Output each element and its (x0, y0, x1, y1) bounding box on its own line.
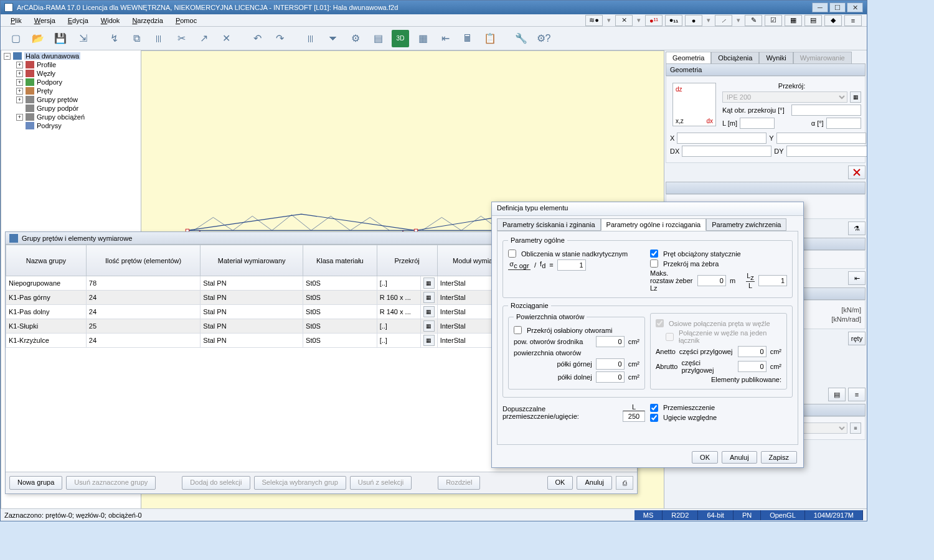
usun-zazn-button[interactable]: Usuń zaznaczone grupy (66, 476, 156, 490)
tool-axis[interactable]: ↗ (195, 30, 212, 47)
tab-geometria[interactable]: Geometria (666, 52, 711, 63)
lzl-input[interactable] (758, 275, 787, 286)
pow-srod-input[interactable] (596, 336, 625, 347)
tab-wymiarowanie[interactable]: Wymiarowanie (793, 52, 852, 63)
tree-item-podrysy[interactable]: Podrysy (37, 122, 62, 129)
view-toggle-4[interactable]: ●₁₁ (665, 15, 682, 26)
przem-checkbox[interactable] (650, 404, 658, 412)
tool-config[interactable]: ⚙? (535, 30, 552, 47)
sigma-input[interactable] (557, 259, 586, 271)
close-button[interactable]: ✕ (847, 2, 863, 12)
grupa-list-icon[interactable]: ≡ (850, 422, 861, 434)
view-toggle-9[interactable]: ▦ (785, 15, 802, 26)
L-input[interactable] (740, 118, 775, 129)
X-input[interactable] (677, 133, 767, 144)
tree-expand-root[interactable]: − (4, 53, 11, 60)
przek-osl-checkbox[interactable] (514, 326, 522, 334)
col-ilosc[interactable]: Ilość prętów (elementów) (86, 245, 200, 276)
tree-item-grupy-obc[interactable]: Grupy obciążeń (37, 113, 85, 121)
list-button-2[interactable]: ≡ (848, 388, 866, 401)
dop-frac-bot[interactable] (623, 411, 645, 422)
tree-expand[interactable]: + (16, 114, 23, 121)
view-toggle-6[interactable]: ⟋ (715, 15, 732, 26)
tree-item-wezly[interactable]: Węzły (37, 70, 55, 77)
tool-save[interactable]: 💾 (52, 30, 69, 47)
tool-matrix[interactable]: ▦ (414, 30, 432, 47)
tool-settings[interactable]: 🔧 (512, 30, 530, 47)
tree-item-grupy-podpor[interactable]: Grupy podpór (37, 105, 78, 112)
tab-wyniki[interactable]: Wyniki (759, 52, 793, 63)
DX-input[interactable] (682, 146, 771, 157)
dtab-ogolne[interactable]: Parametry ogólne i rozciągania (601, 218, 707, 231)
ugiecie-checkbox[interactable] (650, 414, 658, 422)
tool-open[interactable]: 📂 (29, 30, 47, 47)
groups-ok-button[interactable]: OK (547, 476, 573, 490)
tool-delete[interactable]: ✕ (217, 30, 235, 47)
view-toggle-7[interactable]: ✎ (745, 15, 762, 26)
przekroj-cell-button[interactable]: ▦ (423, 320, 435, 332)
view-toggle-8[interactable]: ☑ (765, 15, 782, 26)
minimize-button[interactable]: ─ (812, 2, 828, 12)
tree-expand[interactable]: + (16, 70, 23, 77)
tool-undo[interactable]: ↶ (248, 30, 266, 47)
nowa-grupa-button[interactable]: Nowa grupa (9, 476, 62, 490)
pret-stat-checkbox[interactable] (650, 250, 658, 258)
tree-item-grupy-pretow[interactable]: Grupy prętów (37, 96, 78, 103)
przekroj-cell-button[interactable]: ▦ (423, 335, 435, 346)
menu-wersja[interactable]: Wersja (29, 16, 60, 26)
tool-new[interactable]: ▢ (7, 30, 24, 47)
tree-expand[interactable]: + (16, 62, 23, 68)
menu-pomoc[interactable]: Pomoc (171, 16, 202, 26)
menu-edycja[interactable]: Edycja (63, 16, 93, 26)
tree-expand[interactable]: + (16, 79, 23, 86)
polki-g-input[interactable] (596, 358, 625, 370)
dialog-anuluj-button[interactable]: Anuluj (722, 451, 757, 464)
view-toggle-12[interactable]: ≡ (844, 15, 862, 26)
dtab-sciskanie[interactable]: Parametry ściskania i zginania (497, 218, 601, 231)
analysis-button[interactable]: ⚗ (848, 222, 866, 235)
col-nazwa[interactable]: Nazwa grupy (6, 245, 87, 276)
dodaj-sel-button[interactable]: Dodaj do selekcji (182, 476, 250, 490)
tab-obciazenia[interactable]: Obciążenia (711, 52, 759, 63)
tool-align[interactable]: ⇤ (436, 30, 454, 47)
groups-anuluj-button[interactable]: Anuluj (577, 476, 612, 490)
przekroj-browse-icon[interactable]: ▦ (850, 91, 861, 103)
DY-input[interactable] (786, 146, 867, 157)
menu-narzedzia[interactable]: Narzędzia (127, 16, 168, 26)
tree-root-label[interactable]: Hala dwunawowa (24, 52, 80, 60)
tool-node[interactable]: ↯ (105, 30, 123, 47)
anetto-input[interactable] (738, 346, 767, 357)
group-button[interactable]: ręty (848, 332, 866, 345)
view-toggle-3[interactable]: ●¹¹ (645, 15, 663, 26)
przekroj-cell-button[interactable]: ▦ (423, 306, 435, 317)
maximize-button[interactable]: ☐ (829, 2, 846, 12)
tool-grid[interactable]: ⫼ (302, 30, 319, 47)
oblicz-nad-checkbox[interactable] (508, 250, 516, 258)
tool-cut[interactable]: ✂ (172, 30, 190, 47)
dialog-ok-button[interactable]: OK (692, 451, 718, 464)
tree-expand[interactable]: + (16, 96, 23, 103)
lz-input[interactable] (697, 275, 726, 286)
view-toggle-5[interactable]: ● (685, 15, 702, 26)
dialog-zapisz-button[interactable]: Zapisz (761, 451, 797, 464)
view-toggle-11[interactable]: ◆ (824, 15, 842, 26)
tool-copy[interactable]: ⧉ (128, 30, 145, 47)
tool-filter[interactable]: ⏷ (324, 30, 342, 47)
menu-plik[interactable]: Plik (6, 16, 27, 26)
przekroj-select[interactable]: IPE 200 (722, 91, 847, 103)
view-toggle-10[interactable]: ▤ (804, 15, 822, 26)
przekroj-cell-button[interactable]: ▦ (423, 278, 435, 289)
przek-zebra-checkbox[interactable] (650, 259, 658, 268)
col-przekroj[interactable]: Przekrój (377, 245, 437, 276)
col-klasa[interactable]: Klasa materiału (303, 245, 377, 276)
tool-calc[interactable]: 🖩 (459, 30, 476, 47)
apply-button[interactable]: ⇤ (848, 271, 866, 285)
usun-sel-button[interactable]: Usuń z selekcji (350, 476, 412, 490)
alpha-input[interactable] (826, 118, 861, 129)
tree-item-profile[interactable]: Profile (37, 61, 56, 68)
selekcja-button[interactable]: Selekcja wybranych grup (254, 476, 346, 490)
tool-report[interactable]: 📋 (481, 30, 499, 47)
tree-expand[interactable]: + (16, 88, 23, 95)
view-toggle-2[interactable]: ⨯ (615, 15, 633, 26)
menu-widok[interactable]: Widok (96, 16, 125, 26)
